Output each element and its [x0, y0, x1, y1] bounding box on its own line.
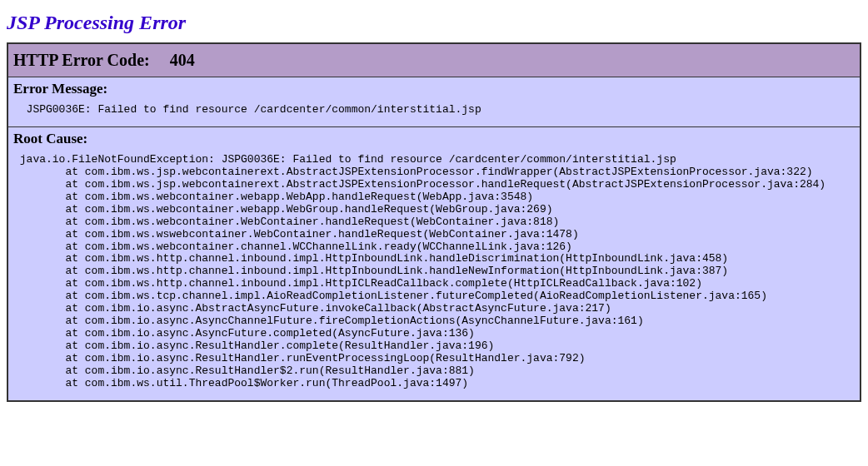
error-message-text: JSPG0036E: Failed to find resource /card…: [13, 104, 855, 116]
page-title: JSP Processing Error: [7, 12, 861, 34]
http-error-label: HTTP Error Code:: [13, 51, 150, 69]
error-message-section: Error Message: JSPG0036E: Failed to find…: [8, 77, 860, 126]
error-table: HTTP Error Code:404 Error Message: JSPG0…: [7, 42, 861, 402]
root-cause-section: Root Cause: java.io.FileNotFoundExceptio…: [8, 127, 860, 400]
root-cause-heading: Root Cause:: [13, 131, 855, 147]
http-error-row: HTTP Error Code:404: [8, 44, 860, 77]
root-cause-stacktrace: java.io.FileNotFoundException: JSPG0036E…: [13, 154, 855, 390]
error-message-heading: Error Message:: [13, 81, 855, 97]
http-error-code: 404: [170, 51, 195, 69]
